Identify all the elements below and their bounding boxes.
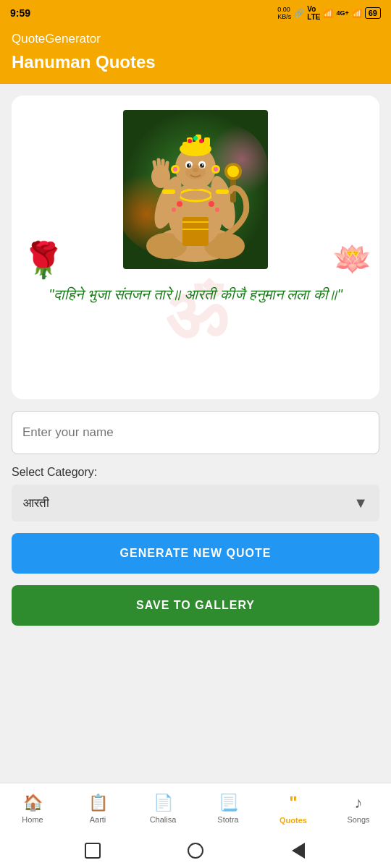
android-nav bbox=[0, 833, 391, 868]
songs-icon: ♪ bbox=[355, 793, 363, 812]
nav-item-quotes[interactable]: " Quotes bbox=[261, 793, 326, 825]
header: QuoteGenerator Hanuman Quotes bbox=[0, 26, 391, 84]
svg-point-44 bbox=[172, 208, 176, 212]
flower-left: 🌹 bbox=[22, 240, 65, 281]
nav-label-aarti: Aarti bbox=[90, 815, 106, 824]
battery-icon: 69 bbox=[365, 7, 381, 19]
svg-line-14 bbox=[154, 162, 156, 169]
svg-point-27 bbox=[189, 164, 190, 166]
app-title: QuoteGenerator bbox=[12, 32, 379, 46]
chalisa-icon: 📄 bbox=[154, 793, 173, 812]
flower-right: 🪷 bbox=[332, 240, 372, 278]
svg-point-37 bbox=[193, 136, 198, 140]
android-back-button[interactable] bbox=[288, 841, 308, 861]
category-value: आरती bbox=[23, 496, 49, 511]
svg-rect-35 bbox=[204, 137, 210, 146]
name-input[interactable] bbox=[22, 425, 369, 440]
hanuman-image bbox=[123, 110, 268, 269]
nav-item-songs[interactable]: ♪ Songs bbox=[326, 793, 391, 824]
nav-label-songs: Songs bbox=[347, 815, 369, 824]
generate-button[interactable]: GENERATE NEW QUOTE bbox=[12, 533, 379, 574]
nav-item-chalisa[interactable]: 📄 Chalisa bbox=[130, 793, 196, 824]
svg-point-36 bbox=[188, 139, 192, 143]
status-icons: 0.00KB/s 🔗 VoLTE 📶 4G+ 📶 69 bbox=[277, 5, 381, 21]
status-time: 9:59 bbox=[10, 7, 30, 19]
svg-point-38 bbox=[199, 139, 203, 143]
svg-point-45 bbox=[209, 201, 214, 207]
svg-line-17 bbox=[167, 163, 167, 169]
svg-rect-47 bbox=[162, 190, 175, 194]
status-bar: 9:59 0.00KB/s 🔗 VoLTE 📶 4G+ 📶 69 bbox=[0, 0, 391, 26]
svg-point-42 bbox=[214, 167, 218, 171]
save-button[interactable]: SAVE TO GALLERY bbox=[12, 585, 379, 626]
svg-point-43 bbox=[177, 201, 182, 207]
svg-point-46 bbox=[215, 208, 219, 212]
signal-icon: VoLTE bbox=[307, 5, 320, 21]
svg-point-28 bbox=[202, 164, 203, 166]
quote-card: 🌹 🪷 ॐ "दाहिने भुजा संतजन तारे॥ आरती कीजै… bbox=[12, 95, 379, 399]
main-content: 🌹 🪷 ॐ "दाहिने भुजा संतजन तारे॥ आरती कीजै… bbox=[0, 84, 391, 783]
svg-rect-48 bbox=[216, 190, 229, 194]
bottom-nav: 🏠 Home 📋 Aarti 📄 Chalisa 📃 Stotra " Quot… bbox=[0, 783, 391, 833]
category-label: Select Category: bbox=[12, 466, 379, 479]
4g-icon: 4G+ bbox=[336, 9, 348, 17]
name-input-container[interactable] bbox=[12, 411, 379, 454]
android-home-button[interactable] bbox=[185, 841, 206, 861]
category-section: Select Category: आरती ▼ bbox=[12, 466, 379, 522]
svg-point-40 bbox=[173, 167, 177, 171]
quotes-icon: " bbox=[289, 793, 297, 813]
nav-item-aarti[interactable]: 📋 Aarti bbox=[65, 793, 130, 824]
svg-point-21 bbox=[227, 166, 239, 177]
signal-bars: 📶 bbox=[323, 9, 333, 18]
nav-label-stotra: Stotra bbox=[217, 815, 238, 824]
stotra-icon: 📃 bbox=[219, 793, 238, 812]
aarti-icon: 📋 bbox=[88, 793, 108, 812]
svg-line-15 bbox=[159, 160, 159, 168]
nav-item-stotra[interactable]: 📃 Stotra bbox=[196, 793, 261, 824]
home-icon: 🏠 bbox=[23, 793, 43, 812]
page-title: Hanuman Quotes bbox=[12, 52, 379, 72]
svg-point-30 bbox=[185, 165, 206, 179]
android-recents-button[interactable] bbox=[83, 841, 103, 861]
quote-text: "दाहिने भुजा संतजन तारे॥ आरती कीजै हनुमा… bbox=[27, 284, 364, 305]
nav-label-chalisa: Chalisa bbox=[150, 815, 177, 824]
signal-bars-2: 📶 bbox=[352, 9, 362, 18]
category-dropdown[interactable]: आरती ▼ bbox=[12, 485, 379, 522]
data-speed: 0.00KB/s bbox=[277, 6, 291, 20]
nav-label-quotes: Quotes bbox=[279, 816, 307, 825]
nav-label-home: Home bbox=[22, 815, 43, 824]
nav-item-home[interactable]: 🏠 Home bbox=[0, 793, 65, 824]
chevron-down-icon: ▼ bbox=[353, 495, 368, 511]
svg-rect-8 bbox=[182, 217, 209, 246]
wifi-icon: 🔗 bbox=[294, 9, 304, 18]
